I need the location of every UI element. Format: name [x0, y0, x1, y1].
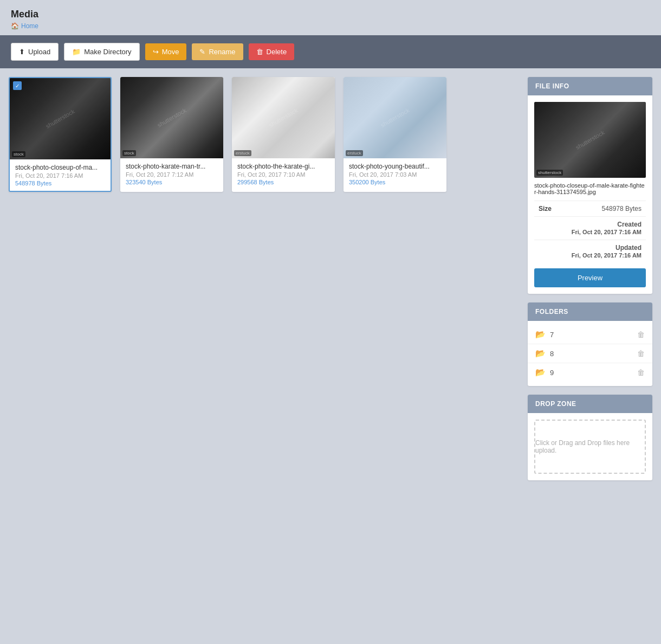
file-name: stock-photo-young-beautif...	[349, 163, 441, 170]
file-name: stock-photo-the-karate-gi...	[237, 163, 329, 170]
file-info-filename: stock-photo-closeup-of-male-karate-fight…	[534, 182, 646, 195]
created-label: Created	[617, 221, 641, 228]
file-card[interactable]: ✓shutterstockstockstock-photo-closeup-of…	[9, 77, 112, 192]
folder-delete-icon[interactable]: 🗑	[637, 330, 645, 339]
move-button[interactable]: ↪ Move	[145, 43, 187, 60]
file-date: Fri, Oct 20, 2017 7:03 AM	[349, 171, 441, 178]
rename-icon: ✎	[199, 48, 205, 56]
dropzone-area[interactable]: Click or Drag and Drop files here upload…	[534, 420, 646, 474]
folder-list: 📂7🗑📂8🗑📂9🗑	[528, 321, 652, 386]
file-card[interactable]: shutterstockerstuckstock-photo-the-karat…	[232, 77, 335, 192]
file-info-panel: FILE INFO shutterstock shutterstock stoc…	[528, 77, 652, 294]
folder-open-icon: 📂	[535, 368, 546, 377]
size-label: Size	[534, 201, 569, 217]
dropzone-header: DROP ZONE	[528, 395, 652, 413]
file-size: 350200 Bytes	[349, 179, 441, 185]
file-size: 299568 Bytes	[237, 179, 329, 185]
file-thumb: shutterstockstock	[120, 77, 223, 158]
file-info-header: FILE INFO	[528, 77, 652, 95]
upload-button[interactable]: ⬆ Upload	[11, 43, 59, 61]
file-date: Fri, Oct 20, 2017 7:12 AM	[126, 171, 218, 178]
file-size: 548978 Bytes	[15, 180, 105, 186]
main-content: ✓shutterstockstockstock-photo-closeup-of…	[0, 77, 661, 480]
file-thumb: shutterstockerstuck	[344, 77, 446, 158]
updated-value: Fri, Oct 20, 2017 7:16 AM	[572, 252, 641, 259]
trash-icon: 🗑	[256, 48, 263, 56]
folder-name: 9	[550, 369, 554, 377]
upload-icon: ⬆	[19, 48, 25, 56]
folder-delete-icon[interactable]: 🗑	[637, 349, 645, 358]
folder-open-icon: 📂	[535, 349, 546, 358]
make-directory-button[interactable]: 📁 Make Directory	[64, 43, 139, 61]
breadcrumb-home[interactable]: Home	[21, 22, 38, 30]
file-name: stock-photo-karate-man-tr...	[126, 163, 218, 170]
file-info-body: shutterstock shutterstock stock-photo-cl…	[528, 95, 652, 294]
folder-item[interactable]: 📂8🗑	[528, 344, 652, 363]
file-size: 323540 Bytes	[126, 179, 218, 185]
page-header: Media 🏠 Home	[0, 0, 661, 35]
file-card[interactable]: shutterstockerstuckstock-photo-young-bea…	[344, 77, 446, 192]
file-date: Fri, Oct 20, 2017 7:10 AM	[237, 171, 329, 178]
folder-item[interactable]: 📂9🗑	[528, 363, 652, 382]
dropzone-panel: DROP ZONE Click or Drag and Drop files h…	[528, 395, 652, 480]
file-info-table: Size 548978 Bytes Created Fri, Oct 20, 2…	[534, 201, 646, 263]
created-value: Fri, Oct 20, 2017 7:16 AM	[572, 229, 641, 235]
folder-delete-icon[interactable]: 🗑	[637, 368, 645, 377]
sidebar: FILE INFO shutterstock shutterstock stoc…	[528, 77, 652, 480]
dropzone-text: Click or Drag and Drop files here upload…	[535, 439, 645, 454]
file-info-preview-image: shutterstock shutterstock	[534, 102, 646, 178]
file-grid: ✓shutterstockstockstock-photo-closeup-of…	[9, 77, 519, 480]
preview-button[interactable]: Preview	[534, 268, 646, 287]
updated-label: Updated	[615, 244, 641, 252]
folders-header: FOLDERS	[528, 302, 652, 321]
folder-open-icon: 📂	[535, 330, 546, 339]
file-thumb: ✓shutterstockstock	[10, 78, 111, 159]
delete-button[interactable]: 🗑 Delete	[249, 43, 295, 60]
file-checkbox[interactable]: ✓	[13, 81, 22, 90]
file-name: stock-photo-closeup-of-ma...	[15, 164, 105, 171]
folder-name: 7	[550, 331, 554, 339]
file-thumb: shutterstockerstuck	[232, 77, 335, 158]
move-icon: ↪	[153, 48, 159, 56]
toolbar: ⬆ Upload 📁 Make Directory ↪ Move ✎ Renam…	[0, 35, 661, 68]
home-icon: 🏠	[11, 22, 19, 30]
folder-name: 8	[550, 350, 554, 358]
folder-icon: 📁	[72, 48, 81, 56]
rename-button[interactable]: ✎ Rename	[192, 43, 243, 60]
breadcrumb: 🏠 Home	[11, 22, 650, 30]
folders-panel: FOLDERS 📂7🗑📂8🗑📂9🗑	[528, 302, 652, 386]
file-date: Fri, Oct 20, 2017 7:16 AM	[15, 172, 105, 179]
file-card[interactable]: shutterstockstockstock-photo-karate-man-…	[120, 77, 223, 192]
folder-item[interactable]: 📂7🗑	[528, 325, 652, 344]
page-title: Media	[11, 9, 650, 20]
size-value: 548978 Bytes	[569, 201, 646, 217]
